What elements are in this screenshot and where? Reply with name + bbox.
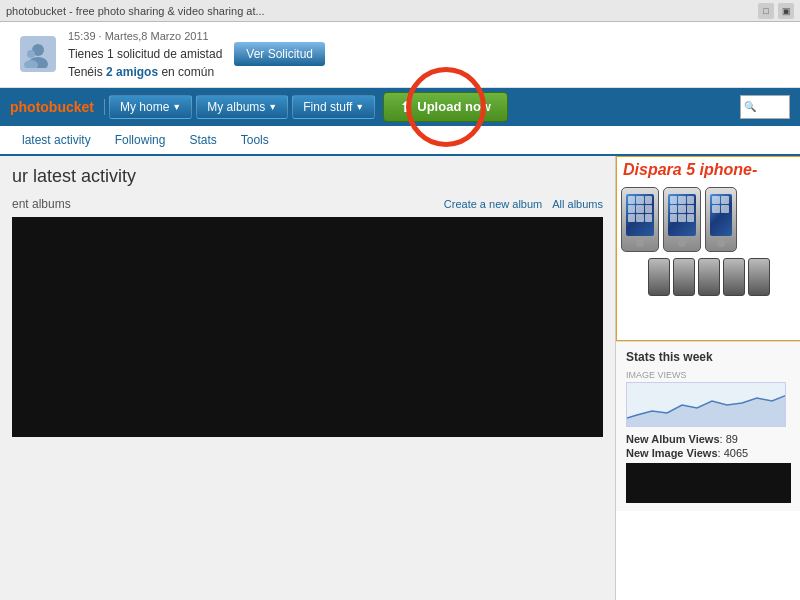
my-home-arrow: ▼: [172, 102, 181, 112]
find-stuff-button[interactable]: Find stuff ▼: [292, 95, 375, 119]
svg-point-2: [27, 50, 35, 58]
phone-small-2: [673, 258, 695, 296]
browser-tab-text: photobucket - free photo sharing & video…: [6, 5, 758, 17]
main-content: ur latest activity ent albums Create a n…: [0, 156, 800, 601]
all-albums-link[interactable]: All albums: [552, 198, 603, 210]
subnav-stats[interactable]: Stats: [177, 127, 228, 155]
phone-1: [621, 187, 659, 252]
ad-phones: [617, 183, 800, 256]
new-image-views-row: New Image Views: 4065: [626, 447, 790, 459]
phone-small-4: [723, 258, 745, 296]
chart-area: [626, 382, 786, 427]
phone-small-1: [648, 258, 670, 296]
subnav-latest-activity[interactable]: latest activity: [10, 127, 103, 155]
section-label: ent albums: [12, 197, 71, 211]
subnav-tools[interactable]: Tools: [229, 127, 281, 155]
content-left: ur latest activity ent albums Create a n…: [0, 156, 615, 601]
notification-timestamp: 15:39 · Martes,8 Marzo 2011: [68, 28, 222, 45]
ad-title: Dispara 5 iphone-: [617, 157, 800, 183]
avatar-area: [20, 36, 56, 72]
new-album-views-row: New Album Views: 89: [626, 433, 790, 445]
phone-3: [705, 187, 737, 252]
browser-icons: □ ▣: [758, 3, 794, 19]
browser-icon-1[interactable]: □: [758, 3, 774, 19]
browser-icon-2[interactable]: ▣: [778, 3, 794, 19]
phone-screen-2: [668, 194, 696, 236]
chart-label: IMAGE VIEWS: [626, 370, 790, 380]
stats-title: Stats this week: [626, 350, 790, 364]
section-links: Create a new album All albums: [444, 198, 603, 210]
phone-2: [663, 187, 701, 252]
search-icon: 🔍: [741, 101, 756, 112]
phone-small-3: [698, 258, 720, 296]
page-title: ur latest activity: [12, 166, 603, 187]
phone-home-1: [636, 239, 644, 247]
upload-btn-wrapper: ⬆ Upload now: [383, 92, 508, 122]
phone-screen-3: [710, 194, 732, 236]
ad-box[interactable]: Dispara 5 iphone-: [616, 156, 800, 341]
ver-solicitud-button[interactable]: Ver Solicitud: [234, 42, 325, 66]
browser-bar: photobucket - free photo sharing & video…: [0, 0, 800, 22]
pb-logo: photobucket: [10, 99, 105, 115]
albums-area: [12, 217, 603, 437]
phones-row2: [617, 256, 800, 298]
find-stuff-arrow: ▼: [355, 102, 364, 112]
stats-numbers: New Album Views: 89 New Image Views: 406…: [626, 433, 790, 459]
stats-black-box: [626, 463, 791, 503]
sub-nav: latest activity Following Stats Tools: [0, 126, 800, 156]
stats-box: Stats this week IMAGE VIEWS New Album Vi…: [616, 341, 800, 511]
main-nav: photobucket My home ▼ My albums ▼ Find s…: [0, 88, 800, 126]
subnav-following[interactable]: Following: [103, 127, 178, 155]
chart-svg: [627, 383, 786, 427]
my-albums-button[interactable]: My albums ▼: [196, 95, 288, 119]
phone-home-2: [678, 239, 686, 247]
content-right: Dispara 5 iphone-: [615, 156, 800, 601]
upload-icon: ⬆: [400, 99, 412, 115]
create-new-album-link[interactable]: Create a new album: [444, 198, 542, 210]
my-albums-arrow: ▼: [268, 102, 277, 112]
section-header: ent albums Create a new album All albums: [12, 197, 603, 211]
notification-bar: 15:39 · Martes,8 Marzo 2011 Tienes 1 sol…: [0, 22, 800, 88]
search-area[interactable]: 🔍: [740, 95, 790, 119]
notification-text: 15:39 · Martes,8 Marzo 2011 Tienes 1 sol…: [68, 28, 222, 81]
upload-now-button[interactable]: ⬆ Upload now: [383, 92, 508, 122]
avatar: [20, 36, 56, 72]
phone-screen-1: [626, 194, 654, 236]
phone-home-3: [717, 239, 725, 247]
phone-small-5: [748, 258, 770, 296]
notification-friends: Tenéis 2 amigos en común: [68, 63, 222, 81]
notification-message: Tienes 1 solicitud de amistad: [68, 45, 222, 63]
my-home-button[interactable]: My home ▼: [109, 95, 192, 119]
